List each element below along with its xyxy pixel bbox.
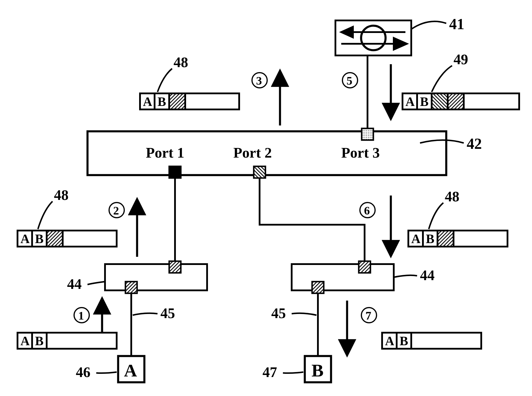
ref-47-leader: 47	[262, 364, 303, 380]
ref-48-step3-leader: 48	[158, 54, 188, 92]
ref-45-right-leader: 45	[271, 305, 316, 321]
svg-text:2: 2	[113, 204, 119, 217]
ref-48-step6-leader: 48	[429, 188, 459, 229]
host-b: B	[305, 356, 331, 382]
step-3: 3	[252, 73, 280, 125]
port1-square	[169, 166, 181, 178]
svg-rect-57	[432, 93, 448, 109]
switch-node: Port 1 Port 2 Port 3	[88, 128, 446, 178]
ref-47: 47	[262, 364, 277, 380]
ref-48-b: 48	[54, 187, 69, 203]
svg-rect-11	[105, 264, 207, 290]
packet-step5: A B	[402, 93, 519, 109]
svg-text:B: B	[426, 232, 434, 246]
svg-text:A: A	[143, 95, 152, 109]
hub-right	[292, 261, 394, 293]
packet-step2: A B	[18, 231, 117, 247]
packet-step1: A B	[18, 333, 117, 349]
ref-44-right: 44	[420, 267, 435, 283]
ref-44-right-leader: 44	[394, 267, 435, 283]
ref-45-right: 45	[271, 305, 286, 321]
port2-label: Port 2	[233, 144, 272, 161]
host-a: A	[118, 356, 144, 382]
ref-46: 46	[76, 364, 90, 380]
svg-rect-14	[292, 264, 394, 290]
svg-text:1: 1	[78, 309, 84, 322]
hub-left	[105, 261, 207, 293]
ref-42: 42	[467, 135, 482, 152]
svg-rect-58	[448, 93, 464, 109]
svg-text:B: B	[400, 334, 408, 348]
svg-text:5: 5	[346, 74, 352, 87]
ref-49-leader: 49	[432, 51, 468, 92]
ref-48-a: 48	[174, 54, 188, 70]
ref-46-leader: 46	[76, 364, 117, 380]
svg-text:6: 6	[364, 204, 370, 217]
svg-rect-51	[169, 93, 185, 109]
ref-48-c: 48	[445, 188, 459, 205]
ref-49: 49	[454, 51, 468, 67]
svg-text:3: 3	[256, 74, 262, 87]
svg-rect-13	[125, 282, 137, 293]
step-7: 7	[347, 301, 377, 350]
svg-rect-15	[359, 261, 370, 273]
svg-text:B: B	[420, 95, 428, 109]
ref-41: 41	[449, 16, 464, 32]
ref-44-left: 44	[67, 276, 82, 292]
svg-text:B: B	[35, 232, 43, 246]
ref-45-left: 45	[160, 305, 175, 321]
svg-text:7: 7	[365, 309, 371, 322]
ref-44-left-leader: 44	[67, 276, 105, 292]
svg-text:A: A	[405, 95, 415, 109]
packet-step3: A B	[140, 93, 239, 109]
svg-text:A: A	[411, 232, 421, 246]
svg-text:B: B	[158, 95, 166, 109]
host-b-label: B	[312, 360, 323, 380]
link-port2-hub	[260, 178, 365, 264]
port3-label: Port 3	[341, 144, 380, 161]
ref-48-step2-leader: 48	[38, 187, 69, 229]
svg-rect-12	[169, 261, 181, 273]
svg-rect-45	[47, 231, 63, 247]
svg-text:A: A	[20, 334, 30, 348]
svg-rect-64	[438, 231, 454, 247]
ref-45-left-leader: 45	[133, 305, 175, 321]
host-a-label: A	[124, 360, 137, 380]
svg-rect-16	[312, 282, 324, 293]
svg-text:B: B	[35, 334, 43, 348]
packet-step6: A B	[408, 231, 508, 247]
svg-text:A: A	[20, 232, 30, 246]
svg-text:A: A	[385, 334, 394, 348]
port3-square	[362, 128, 373, 140]
packet-step7: A B	[382, 333, 481, 349]
port2-square	[254, 166, 265, 178]
port1-label: Port 1	[146, 144, 184, 161]
router-node	[335, 20, 411, 55]
ref-41-leader: 41	[411, 16, 464, 32]
